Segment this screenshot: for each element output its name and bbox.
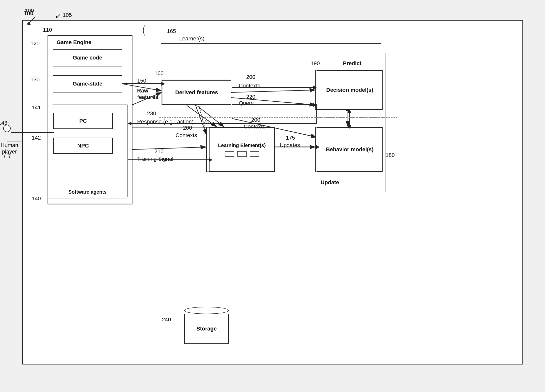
software-agents-box: PC NPC Software agents: [48, 105, 127, 199]
label-143: 143: [0, 120, 7, 126]
query-label: Query: [239, 100, 254, 106]
learners-label: Learner(s): [179, 35, 204, 42]
response-label: Response (e.g., action): [137, 119, 193, 125]
label-165: 165: [167, 28, 176, 34]
cylinder-top: [184, 307, 229, 314]
learning-elements-box: Learning Element(s): [209, 127, 275, 172]
label-210: 210: [154, 148, 164, 155]
game-state-box: Game-state: [53, 75, 122, 92]
svg-line-13: [132, 147, 206, 150]
label-141: 141: [32, 104, 41, 111]
label-240: 240: [162, 316, 171, 323]
contexts-label-3: Contexts: [244, 123, 265, 130]
le-rect-3: [250, 151, 259, 157]
le-rect-2: [237, 151, 247, 157]
raw-features-label: Rawfeatures: [137, 88, 158, 100]
label-120: 120: [30, 40, 40, 47]
npc-box: NPC: [53, 138, 113, 154]
derived-features-box: Derived features: [162, 80, 231, 105]
fig-arrow: [21, 10, 41, 25]
label-140: 140: [32, 195, 41, 202]
label-170: 170: [200, 119, 210, 125]
storage-cylinder: Storage: [184, 307, 229, 344]
contexts-label-2: Contexts: [176, 132, 197, 139]
label-230: 230: [147, 110, 156, 117]
contexts-label-1: Contexts: [239, 83, 260, 89]
label-175: 175: [286, 135, 295, 141]
updates-label: Updates: [280, 142, 300, 149]
predict-label: Predict: [343, 60, 362, 67]
label-110: 110: [43, 27, 52, 33]
label-200-1: 200: [246, 74, 255, 80]
label-190: 190: [311, 60, 320, 67]
behavior-model-box: Behavior model(s): [317, 127, 383, 172]
human-player-icon: [3, 125, 11, 143]
pc-box: PC: [53, 113, 113, 129]
label-130: 130: [30, 76, 40, 83]
outer-box: 105 ↙ Game Engine 110 Game code 120 Game…: [22, 20, 523, 364]
svg-line-9: [229, 90, 315, 92]
label-105: 105: [63, 12, 72, 18]
update-label: Update: [321, 179, 339, 186]
sw-agents-label: Software agents: [68, 189, 107, 195]
label-200-2: 200: [183, 125, 192, 131]
cylinder-body: Storage: [184, 314, 229, 344]
le-rect-1: [225, 151, 234, 157]
label-160: 160: [154, 70, 164, 77]
label-220: 220: [246, 94, 255, 100]
svg-marker-26: [27, 22, 31, 25]
training-signal-label: Training Signal: [137, 156, 173, 162]
page: 100: [0, 0, 545, 392]
decision-model-box: Decision model(s): [317, 70, 383, 110]
label-180: 180: [386, 152, 395, 158]
label-142: 142: [32, 135, 41, 141]
game-code-box: Game code: [53, 49, 122, 66]
game-engine-label: Game Engine: [57, 39, 91, 46]
human-player-label: Humanplayer: [0, 142, 21, 155]
